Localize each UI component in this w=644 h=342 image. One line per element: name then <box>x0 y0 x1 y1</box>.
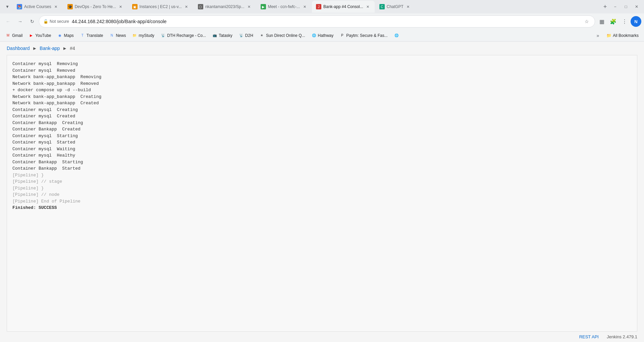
folder-icon: 📁 <box>606 33 611 38</box>
console-line-18: [Pipeline] // stage <box>12 178 632 185</box>
console-line-15: Container Bankapp Starting <box>12 159 632 166</box>
bm-tatasky[interactable]: 📺 Tatasky <box>209 32 235 40</box>
bm-mystudy-favicon: 📁 <box>132 33 137 38</box>
bm-hathway-label: Hathway <box>318 33 334 38</box>
bm-tatasky-favicon: 📺 <box>212 33 217 38</box>
bookmarks-container: M Gmail ▶ YouTube ◉ Maps T Translate N N… <box>3 32 592 40</box>
console-line-21: [Pipeline] End of Pipeline <box>12 198 632 205</box>
bookmarks-bar: M Gmail ▶ YouTube ◉ Maps T Translate N N… <box>0 30 644 42</box>
console-line-16: Container Bankapp Started <box>12 165 632 172</box>
bm-hathway-favicon: 🌐 <box>311 33 317 38</box>
reload-button[interactable]: ↻ <box>27 16 38 27</box>
console-line-14: Container mysql Healthy <box>12 152 632 159</box>
tab-github[interactable]: ⬡ nkantamani2023/Sp... ✕ <box>194 1 256 13</box>
bm-dth[interactable]: 📡 DTH Recharge - Co... <box>158 32 209 40</box>
tab-meet-close[interactable]: ✕ <box>302 4 307 9</box>
more-menu-button[interactable]: ⋮ <box>619 16 630 27</box>
bm-news-label: News <box>116 33 126 38</box>
tab-search-button[interactable]: ▦ <box>596 16 607 27</box>
tab-instances-close[interactable]: ✕ <box>184 4 189 9</box>
bm-news-favicon: N <box>109 33 114 38</box>
tab-bank-app-title: Bank-app #4 Consol... <box>323 4 363 9</box>
bm-translate-label: Translate <box>87 33 103 38</box>
tab-github-favicon: ⬡ <box>198 4 203 9</box>
bm-maps[interactable]: ◉ Maps <box>55 32 76 40</box>
tab-list-button[interactable]: ▼ <box>3 2 12 11</box>
security-label: Not secure <box>50 19 69 24</box>
bm-news[interactable]: N News <box>106 32 128 40</box>
tab-devops-close[interactable]: ✕ <box>118 4 123 9</box>
bm-translate-favicon: T <box>80 33 85 38</box>
bm-sundirect-label: Sun Direct Online Q... <box>266 33 305 38</box>
minimize-button[interactable]: − <box>610 2 620 11</box>
bm-d2h[interactable]: 📡 D2H <box>236 32 256 40</box>
extensions-button[interactable]: 🧩 <box>608 16 619 27</box>
bm-maps-label: Maps <box>64 33 74 38</box>
breadcrumb-build-number: #4 <box>70 46 75 51</box>
bm-youtube-label: YouTube <box>35 33 51 38</box>
tab-github-title: nkantamani2023/Sp... <box>205 4 245 9</box>
bm-gmail-label: Gmail <box>12 33 22 38</box>
console-line-19: [Pipeline] } <box>12 185 632 192</box>
jenkins-page: Dashboard ► Bank-app ► #4 Container mysq… <box>0 42 644 342</box>
console-line-1: Container mysql Removed <box>12 67 632 74</box>
tab-chatgpt[interactable]: C ChatGPT ✕ <box>375 1 415 13</box>
console-line-3: Network bank-app_bankapp Removed <box>12 80 632 87</box>
rest-api-link[interactable]: REST API <box>579 334 599 339</box>
bm-paytm[interactable]: P Paytm: Secure & Fas... <box>337 32 390 40</box>
back-button[interactable]: ← <box>3 16 13 27</box>
console-line-6: Network bank-app_bankapp Created <box>12 100 632 107</box>
bm-translate[interactable]: T Translate <box>77 32 106 40</box>
console-output[interactable]: Container mysql RemovingContainer mysql … <box>7 55 637 332</box>
console-line-13: Container mysql Waiting <box>12 146 632 153</box>
tab-chatgpt-close[interactable]: ✕ <box>406 4 411 9</box>
bm-dth-label: DTH Recharge - Co... <box>167 33 206 38</box>
tab-github-close[interactable]: ✕ <box>247 4 252 9</box>
forward-button[interactable]: → <box>15 16 25 27</box>
new-tab-button[interactable]: + <box>600 2 610 11</box>
close-button[interactable]: ✕ <box>632 2 641 11</box>
tab-instances[interactable]: ▣ Instances | EC2 | us-v... ✕ <box>128 1 193 13</box>
bm-hathway[interactable]: 🌐 Hathway <box>309 32 336 40</box>
jenkins-footer: REST API Jenkins 2.479.1 <box>0 332 644 342</box>
bm-paytm-label: Paytm: Secure & Fas... <box>346 33 387 38</box>
bookmarks-more-button[interactable]: » <box>593 31 602 40</box>
tab-bank-app-close[interactable]: ✕ <box>365 4 371 9</box>
bm-youtube[interactable]: ▶ YouTube <box>26 32 54 40</box>
console-line-4: + docker compose up -d --build <box>12 87 632 94</box>
maximize-button[interactable]: □ <box>621 2 631 11</box>
address-input[interactable] <box>72 19 580 24</box>
tab-active-courses[interactable]: 📚 Active Courses ✕ <box>13 1 63 13</box>
tab-chatgpt-favicon: C <box>379 4 385 9</box>
breadcrumb-dashboard[interactable]: Dashboard <box>7 46 30 51</box>
profile-button[interactable]: N <box>631 16 641 27</box>
tab-devops[interactable]: 🎓 DevOps - Zero To He... ✕ <box>63 1 127 13</box>
console-line-12: Container mysql Started <box>12 139 632 146</box>
bm-mystudy[interactable]: 📁 myStudy <box>129 32 157 40</box>
window-controls: − □ ✕ <box>610 2 641 11</box>
bm-gmail[interactable]: M Gmail <box>3 32 25 40</box>
bm-paytm-favicon: P <box>339 33 345 38</box>
bookmark-star-button[interactable]: ☆ <box>583 17 591 25</box>
bm-gmail-favicon: M <box>5 33 11 38</box>
all-bookmarks-folder[interactable]: 📁 All Bookmarks <box>604 32 641 39</box>
lock-icon: 🔓 <box>43 19 48 24</box>
console-line-20: [Pipeline] // node <box>12 191 632 198</box>
bm-sundirect[interactable]: ☀ Sun Direct Online Q... <box>257 32 308 40</box>
console-line-0: Container mysql Removing <box>12 61 632 67</box>
bm-wl204[interactable]: 🌐 <box>391 32 403 40</box>
console-line-5: Network bank-app_bankapp Creating <box>12 94 632 100</box>
tab-active-courses-close[interactable]: ✕ <box>53 4 59 9</box>
main-content: Dashboard ► Bank-app ► #4 Container mysq… <box>0 42 644 342</box>
address-bar-container: 🔓 Not secure ☆ <box>39 15 595 27</box>
breadcrumb-bank-app[interactable]: Bank-app <box>40 46 60 51</box>
console-line-9: Container Bankapp Creating <box>12 120 632 126</box>
breadcrumb-sep-2: ► <box>62 46 67 51</box>
tab-bank-app[interactable]: J Bank-app #4 Consol... ✕ <box>312 1 375 13</box>
bm-dth-favicon: 📡 <box>160 33 166 38</box>
tab-meet[interactable]: ▶ Meet - ccn-fwfc-... ✕ <box>257 1 311 13</box>
tab-bank-app-favicon: J <box>316 4 321 9</box>
breadcrumb-sep-1: ► <box>33 46 37 51</box>
jenkins-version: Jenkins 2.479.1 <box>607 334 637 339</box>
tab-devops-title: DevOps - Zero To He... <box>75 4 116 9</box>
